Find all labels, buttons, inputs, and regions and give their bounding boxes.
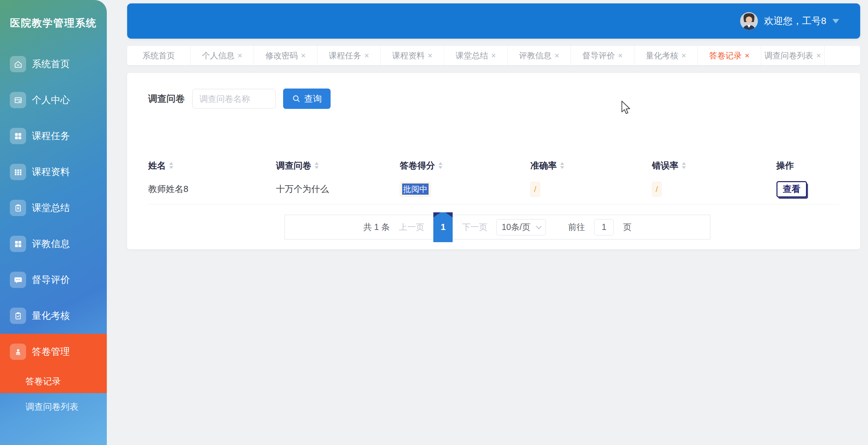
goto-unit: 页 [623, 221, 631, 233]
tab-quantitative-assessment[interactable]: 量化考核× [634, 46, 698, 65]
tab-course-tasks[interactable]: 课程任务× [317, 46, 381, 65]
sort-carets[interactable] [682, 162, 686, 169]
tab-course-materials[interactable]: 课程资料× [381, 46, 444, 65]
chat-icon [10, 272, 26, 288]
table-row: 教师姓名8 十万个为什么 批阅中 / / 查看 [148, 174, 839, 205]
page-size-select[interactable]: 10条/页 [496, 219, 546, 235]
chevron-down-icon [536, 223, 542, 229]
sort-carets[interactable] [438, 162, 442, 169]
id-card-icon [10, 92, 26, 108]
user-icon [10, 344, 26, 360]
sidebar-item-class-summary[interactable]: 课堂总结 [0, 190, 107, 226]
view-button[interactable]: 查看 [776, 181, 807, 197]
search-icon [292, 94, 301, 103]
current-page-indicator[interactable]: 1 [433, 212, 453, 242]
cell-actions: 查看 [776, 181, 840, 197]
sort-carets[interactable] [315, 162, 319, 169]
clipboard-check-icon [10, 308, 26, 324]
tab-survey-list[interactable]: 调查问卷列表× [761, 46, 825, 65]
accuracy-badge: / [530, 182, 540, 197]
search-input[interactable] [192, 89, 276, 109]
column-header-actions: 操作 [776, 160, 840, 172]
sidebar-item-label: 课程资料 [32, 166, 70, 178]
pagination: 共 1 条 上一页 1 下一页 10条/页 前往 页 [284, 215, 710, 239]
cell-score: 批阅中 [400, 182, 530, 197]
goto-label: 前往 [568, 221, 585, 233]
sidebar-item-home[interactable]: 系统首页 [0, 46, 107, 82]
tab-class-summary[interactable]: 课堂总结× [444, 46, 508, 65]
sidebar-subitem-answer-records[interactable]: 答卷记录 [0, 370, 107, 393]
sidebar-item-answer-management[interactable]: 答卷管理 [0, 334, 107, 370]
sidebar-item-label: 答卷管理 [32, 345, 70, 358]
sidebar-item-label: 课堂总结 [32, 201, 70, 214]
clipboard-x-icon [10, 200, 26, 216]
tab-supervision-review[interactable]: 督导评价× [571, 46, 634, 65]
tab-bar: 系统首页 个人信息× 修改密码× 课程任务× 课程资料× 课堂总结× 评教信息×… [127, 46, 860, 65]
close-icon[interactable]: × [491, 52, 496, 60]
sidebar-menu: 系统首页 个人中心 课程任务 课程资料 课堂总结 [0, 46, 107, 420]
close-icon[interactable]: × [364, 52, 369, 60]
status-badge: 批阅中 [400, 182, 431, 197]
close-icon[interactable]: × [618, 52, 623, 60]
sidebar-item-course-materials[interactable]: 课程资料 [0, 154, 107, 190]
sidebar-item-quantitative-assessment[interactable]: 量化考核 [0, 298, 107, 334]
close-icon[interactable]: × [816, 52, 821, 60]
close-icon[interactable]: × [745, 52, 749, 60]
error-rate-badge: / [652, 182, 662, 197]
close-icon[interactable]: × [554, 52, 559, 60]
table-header-row: 姓名 调查问卷 答卷得分 准确率 错误率 操作 [148, 157, 839, 174]
sidebar-item-personal-center[interactable]: 个人中心 [0, 82, 107, 118]
column-header-survey: 调查问卷 [276, 160, 400, 172]
app-title: 医院教学管理系统 [0, 0, 107, 46]
chevron-down-icon[interactable] [832, 19, 839, 23]
sidebar: 医院教学管理系统 系统首页 个人中心 课程任务 课程资料 [0, 0, 107, 445]
column-header-error-rate: 错误率 [652, 160, 776, 172]
tab-evaluation-info[interactable]: 评教信息× [508, 46, 571, 65]
close-icon[interactable]: × [681, 52, 686, 60]
tab-bar-filler [825, 46, 860, 65]
sidebar-group-answer-management: 答卷管理 答卷记录 [0, 334, 107, 393]
tab-system-home[interactable]: 系统首页 [127, 46, 191, 65]
tab-change-password[interactable]: 修改密码× [254, 46, 317, 65]
pagination-total: 共 1 条 [363, 221, 390, 233]
sidebar-item-label: 系统首页 [32, 58, 70, 71]
records-table: 姓名 调查问卷 答卷得分 准确率 错误率 操作 [148, 157, 839, 205]
home-icon [10, 56, 26, 72]
cell-survey: 十万个为什么 [276, 183, 400, 195]
close-icon[interactable]: × [428, 52, 432, 60]
goto-page-input[interactable] [594, 219, 614, 235]
avatar[interactable] [740, 12, 758, 30]
sidebar-item-label: 个人中心 [32, 94, 70, 107]
cell-error-rate: / [652, 182, 776, 197]
sort-carets[interactable] [560, 162, 564, 169]
grid-dense-icon [10, 164, 26, 180]
grid-icon [10, 236, 26, 252]
query-button[interactable]: 查询 [283, 89, 331, 109]
content-card: 调查问卷 查询 姓名 调查问卷 答卷得分 准确率 [127, 73, 860, 249]
sidebar-item-label: 督导评价 [32, 273, 70, 286]
sidebar-item-evaluation-info[interactable]: 评教信息 [0, 226, 107, 262]
sidebar-item-supervision-review[interactable]: 督导评价 [0, 262, 107, 298]
close-icon[interactable]: × [237, 52, 242, 60]
topbar: 欢迎您，工号8 [127, 3, 860, 39]
column-header-score: 答卷得分 [400, 160, 530, 172]
cell-name: 教师姓名8 [148, 183, 276, 195]
sidebar-item-course-tasks[interactable]: 课程任务 [0, 118, 107, 154]
sidebar-subitem-survey-list[interactable]: 调查问卷列表 [0, 393, 107, 420]
tab-answer-records[interactable]: 答卷记录× [698, 46, 761, 65]
search-row: 调查问卷 查询 [148, 89, 839, 109]
tab-personal-info[interactable]: 个人信息× [191, 46, 254, 65]
next-page-button[interactable]: 下一页 [462, 221, 487, 233]
search-label: 调查问卷 [148, 93, 185, 105]
grid-icon [10, 128, 26, 144]
prev-page-button[interactable]: 上一页 [399, 221, 424, 233]
close-icon[interactable]: × [301, 52, 305, 60]
sidebar-item-label: 评教信息 [32, 237, 70, 250]
cell-accuracy: / [530, 182, 652, 197]
welcome-text: 欢迎您，工号8 [764, 15, 826, 27]
sidebar-item-label: 课程任务 [32, 130, 70, 142]
column-header-name: 姓名 [148, 160, 276, 172]
sidebar-item-label: 量化考核 [32, 309, 70, 322]
column-header-accuracy: 准确率 [530, 160, 652, 172]
sort-carets[interactable] [169, 162, 173, 169]
